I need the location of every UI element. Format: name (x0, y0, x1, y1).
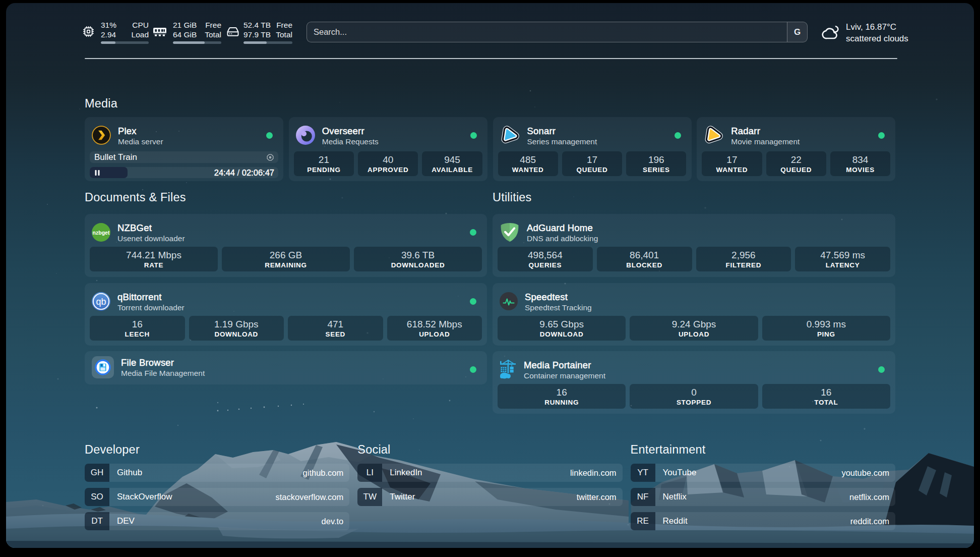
svg-text:nzbget: nzbget (93, 229, 110, 235)
svg-text:qb: qb (96, 297, 106, 307)
